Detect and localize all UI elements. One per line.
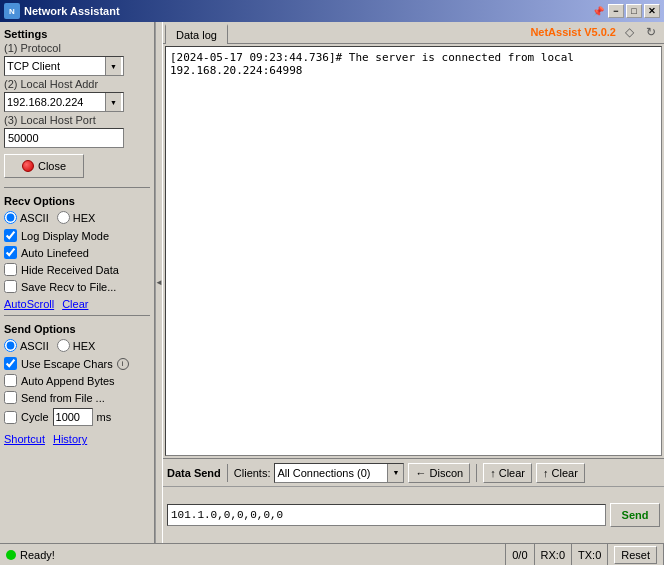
recv-ascii-label: ASCII [20,212,49,224]
toolbar-divider-2 [476,464,477,482]
use-escape-chars-label: Use Escape Chars [21,358,113,370]
autoscroll-link[interactable]: AutoScroll [4,298,54,310]
status-dot-icon [6,550,16,560]
data-log-tab-label: Data log [176,29,217,41]
local-host-addr-arrow: ▼ [105,93,121,111]
log-display-mode-checkbox[interactable] [4,229,17,242]
shortcut-history-row: Shortcut History [4,433,150,445]
hide-received-data-label: Hide Received Data [21,264,119,276]
status-ready-label: Ready! [20,549,55,561]
cycle-checkbox[interactable] [4,411,17,424]
auto-append-bytes-row: Auto Append Bytes [4,374,150,387]
send-from-file-label: Send from File ... [21,392,105,404]
clear-button-1[interactable]: ↑ Clear [483,463,532,483]
cycle-value-input[interactable]: 1000 [53,408,93,426]
send-ascii-radio[interactable] [4,339,17,352]
refresh-icon[interactable]: ↻ [642,23,660,41]
cycle-row: Cycle 1000 ms [4,408,150,426]
send-from-file-row: Send from File ... [4,391,150,404]
local-host-addr-label: (2) Local Host Addr [4,78,150,90]
protocol-label: (1) Protocol [4,42,150,54]
clients-label: Clients: [234,467,271,479]
send-options-label: Send Options [4,323,150,335]
send-from-file-checkbox[interactable] [4,391,17,404]
history-link[interactable]: History [53,433,87,445]
protocol-select-arrow: ▼ [105,57,121,75]
send-input-row: 101.1.0,0,0,0,0,0 Send [163,487,664,543]
status-rx-segment: RX:0 [535,544,572,565]
log-display-mode-row: Log Display Mode [4,229,150,242]
shortcut-link[interactable]: Shortcut [4,433,45,445]
status-count-segment: 0/0 [506,544,534,565]
divider-2 [4,315,150,316]
minimize-button[interactable]: − [608,4,624,18]
recv-hex-option[interactable]: HEX [57,211,96,224]
status-reset-segment: Reset [608,544,664,565]
clear-recv-link[interactable]: Clear [62,298,88,310]
left-panel: Settings (1) Protocol TCP Client ▼ (2) L… [0,22,155,543]
right-panel: Data log NetAssist V5.0.2 ◇ ↻ [2024-05-1… [163,22,664,543]
recv-options-label: Recv Options [4,195,150,207]
recv-ascii-option[interactable]: ASCII [4,211,49,224]
hide-received-data-checkbox[interactable] [4,263,17,276]
auto-append-bytes-label: Auto Append Bytes [21,375,115,387]
tab-bar: Data log NetAssist V5.0.2 ◇ ↻ [163,22,664,44]
recv-ascii-radio[interactable] [4,211,17,224]
status-ready-segment: Ready! [0,544,506,565]
autoscroll-clear-row: AutoScroll Clear [4,298,150,310]
status-count: 0/0 [512,549,527,561]
collapse-arrow-icon: ◄ [155,278,163,287]
title-bar: N Network Assistant 📌 − □ ✕ [0,0,664,22]
toolbar-divider-1 [227,464,228,482]
status-tx-segment: TX:0 [572,544,608,565]
save-recv-to-file-checkbox[interactable] [4,280,17,293]
send-button[interactable]: Send [610,503,660,527]
log-content: [2024-05-17 09:23:44.736]# The server is… [170,51,657,77]
discon-button[interactable]: ← Discon [408,463,470,483]
diamond-icon[interactable]: ◇ [620,23,638,41]
send-ascii-option[interactable]: ASCII [4,339,49,352]
status-ready: Ready! [6,549,55,561]
clear-button-2[interactable]: ↑ Clear [536,463,585,483]
maximize-button[interactable]: □ [626,4,642,18]
send-hex-option[interactable]: HEX [57,339,96,352]
escape-chars-info-icon[interactable]: i [117,358,129,370]
auto-linefeed-checkbox[interactable] [4,246,17,259]
save-recv-to-file-row: Save Recv to File... [4,280,150,293]
auto-linefeed-row: Auto Linefeed [4,246,150,259]
cycle-label: Cycle [21,411,49,423]
auto-append-bytes-checkbox[interactable] [4,374,17,387]
discon-label: ← Discon [415,467,463,479]
hide-received-data-row: Hide Received Data [4,263,150,276]
use-escape-chars-row: Use Escape Chars i [4,357,150,370]
reset-label: Reset [621,549,650,561]
protocol-value: TCP Client [7,60,60,72]
close-window-button[interactable]: ✕ [644,4,660,18]
reset-button[interactable]: Reset [614,546,657,564]
close-button-label: Close [38,160,66,172]
send-ascii-label: ASCII [20,340,49,352]
save-recv-to-file-label: Save Recv to File... [21,281,116,293]
local-host-addr-select[interactable]: 192.168.20.224 ▼ [4,92,124,112]
clients-select[interactable]: All Connections (0) ▼ [274,463,404,483]
send-area: Data Send Clients: All Connections (0) ▼… [163,458,664,543]
protocol-select[interactable]: TCP Client ▼ [4,56,124,76]
local-host-addr-value: 192.168.20.224 [7,96,83,108]
app-title: Network Assistant [24,5,120,17]
pin-icon[interactable]: 📌 [590,4,606,18]
local-host-port-input[interactable]: 50000 [4,128,124,148]
send-data-input[interactable]: 101.1.0,0,0,0,0,0 [167,504,606,526]
status-rx: RX:0 [541,549,565,561]
send-hex-radio[interactable] [57,339,70,352]
recv-hex-radio[interactable] [57,211,70,224]
recv-format-row: ASCII HEX [4,211,150,224]
data-send-label: Data Send [167,467,221,479]
close-connection-button[interactable]: Close [4,154,84,178]
send-button-label: Send [622,509,649,521]
clear-label-2: ↑ Clear [543,467,578,479]
netassist-version-label: NetAssist V5.0.2 [530,26,616,38]
use-escape-chars-checkbox[interactable] [4,357,17,370]
data-log-tab[interactable]: Data log [165,24,228,44]
title-bar-left: N Network Assistant [4,3,120,19]
collapse-handle[interactable]: ◄ [155,22,163,543]
